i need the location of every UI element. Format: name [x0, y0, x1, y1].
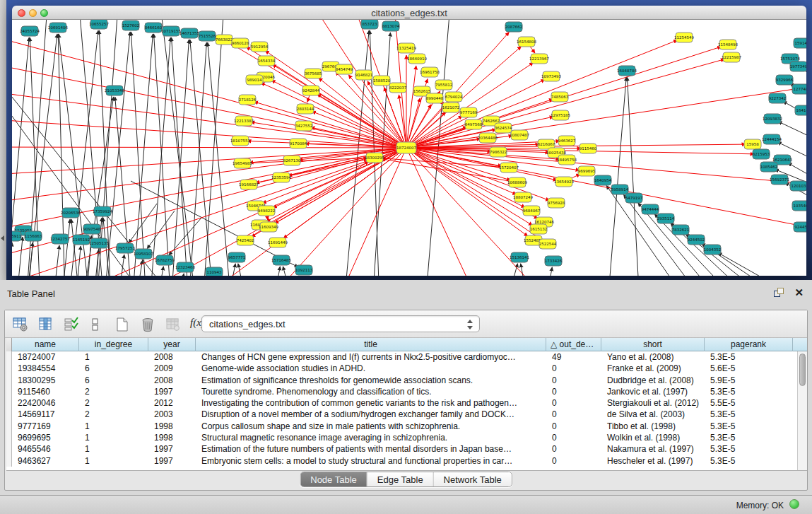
graph-node[interactable]: 2718126	[239, 95, 257, 105]
new-table-icon[interactable]	[112, 315, 132, 334]
panel-collapse-arrow-icon[interactable]	[1, 235, 4, 241]
graph-node[interactable]: 15692371	[770, 175, 789, 185]
column-header-out_de[interactable]: △ out_de…	[546, 338, 601, 351]
graph-node[interactable]: 19654985	[233, 158, 252, 168]
graph-node[interactable]: 3427552	[295, 121, 313, 131]
graph-node[interactable]: 9699695	[578, 166, 596, 176]
graph-node[interactable]: 9463627	[558, 136, 576, 146]
graph-node[interactable]: 16154808	[517, 37, 536, 47]
graph-node[interactable]: 1527602	[122, 21, 140, 30]
graph-node[interactable]: 989014	[246, 75, 263, 85]
graph-node[interactable]: 9227342	[769, 93, 787, 103]
graph-node[interactable]: 18495758	[557, 155, 577, 165]
graph-node[interactable]: 8222037	[389, 83, 407, 93]
graph-node[interactable]: 11548498	[718, 40, 738, 49]
graph-node[interactable]: 9657771	[228, 252, 246, 262]
graph-node[interactable]: 2087662	[505, 22, 523, 32]
graph-node[interactable]: 1733426	[545, 256, 563, 266]
graph-node[interactable]: 7986322	[490, 147, 507, 157]
tab-network-table[interactable]: Network Table	[434, 472, 512, 487]
graph-node[interactable]: 120103	[790, 181, 806, 191]
scrollbar-thumb[interactable]	[799, 354, 806, 386]
graph-node[interactable]: 6497568	[465, 119, 483, 129]
vertical-scrollbar[interactable]	[797, 351, 807, 471]
table-row[interactable]: 946362711997Embryonic stem cells: a mode…	[6, 455, 807, 467]
graph-node[interactable]: 18640910	[407, 54, 427, 64]
graph-node[interactable]: 3915911	[12, 231, 21, 241]
graph-node[interactable]: 3624574	[495, 123, 512, 133]
graph-node[interactable]: 12975185	[551, 110, 570, 120]
graph-node[interactable]: 16961758	[420, 67, 440, 77]
table-row[interactable]: 1830029562008Estimation of significance …	[6, 375, 807, 386]
tab-edge-table[interactable]: Edge Table	[367, 472, 434, 487]
graph-node[interactable]: 24055724	[20, 26, 40, 36]
graph-node[interactable]: 10807487	[510, 130, 529, 140]
column-header-name[interactable]: name	[12, 338, 79, 351]
graph-node[interactable]: 3675685	[305, 69, 322, 78]
graph-node[interactable]: 8990448	[426, 93, 444, 103]
graph-node[interactable]: 110943	[206, 267, 223, 276]
graph-node[interactable]: 11691449	[268, 238, 288, 247]
table-row[interactable]: 946554611997Estimation of the future num…	[6, 443, 807, 455]
graph-node[interactable]: 7425402	[237, 235, 254, 245]
column-header-short[interactable]: short	[601, 338, 705, 351]
graph-node[interactable]: 15716485	[271, 255, 291, 265]
graph-node[interactable]: 6479197	[625, 193, 643, 203]
graph-node[interactable]: 17359924	[93, 206, 112, 216]
network-canvas[interactable]: 1872400718300295766382298601285912954165…	[12, 20, 806, 276]
graph-node[interactable]: 9170084	[290, 139, 307, 148]
graph-node[interactable]: 9756928	[548, 198, 565, 208]
graph-node[interactable]: 12323468	[175, 262, 195, 272]
graph-node[interactable]: 9115460	[579, 144, 597, 153]
select-columns-icon[interactable]	[61, 315, 81, 334]
graph-node[interactable]: 8267130	[283, 156, 301, 165]
graph-node[interactable]: 2522544	[539, 239, 557, 249]
graph-node[interactable]: 7485063	[551, 92, 569, 102]
graph-node[interactable]: 20206536	[61, 208, 81, 218]
graph-node[interactable]: 12213383	[234, 116, 254, 126]
graph-node[interactable]: 18724007	[396, 142, 416, 153]
table-row[interactable]: 1456911722003Disruption of a novel membe…	[6, 409, 807, 420]
graph-node[interactable]: 10958107	[134, 249, 153, 259]
table-row[interactable]: 2242004622012Investigating the contribut…	[6, 397, 807, 409]
graph-node[interactable]: 1145192	[73, 235, 90, 245]
graph-node[interactable]: 10655257	[89, 20, 109, 29]
graph-node[interactable]: 1085462	[760, 162, 778, 172]
column-header-title[interactable]: title	[196, 338, 546, 351]
table-row[interactable]: 911546021997Tourette syndrome. Phenomeno…	[6, 386, 807, 397]
graph-node[interactable]: 12505135	[89, 238, 109, 248]
graph-node[interactable]: 12444154	[762, 134, 782, 144]
graph-node[interactable]: 8466160	[145, 23, 163, 33]
table-settings-icon[interactable]	[11, 315, 30, 334]
graph-node[interactable]: 18107553	[230, 136, 250, 146]
graph-node[interactable]: 127748	[792, 84, 806, 94]
graph-node[interactable]: 16782759	[155, 255, 175, 265]
graph-node[interactable]: 1640954	[594, 175, 612, 185]
table-row[interactable]: 1938455462009Genome-wide association stu…	[6, 363, 807, 374]
graph-node[interactable]: 5912954	[251, 42, 269, 52]
graph-node[interactable]: 21053346	[105, 86, 124, 95]
graph-node[interactable]: 9860128	[232, 38, 249, 48]
network-window-titlebar[interactable]: citations_edges.txt	[12, 6, 806, 20]
table-row[interactable]: 969969511998Structural magnetic resonanc…	[6, 432, 807, 443]
graph-node[interactable]: 12353594	[271, 173, 291, 182]
graph-node[interactable]: 7663822	[216, 35, 233, 45]
graph-node[interactable]: 13654923	[554, 177, 574, 187]
graph-node[interactable]: 103546	[792, 201, 806, 211]
graph-node[interactable]: 1588520	[373, 76, 391, 86]
graph-node[interactable]: 9684067	[523, 206, 541, 216]
graph-node[interactable]: 18300295	[365, 153, 384, 163]
graph-node[interactable]: 15958	[744, 139, 761, 149]
column-header-pagerank[interactable]: pagerank	[705, 338, 793, 351]
graph-node[interactable]: 12342757	[50, 234, 70, 244]
graph-node[interactable]: 15136141	[510, 252, 529, 262]
graph-node[interactable]: 924451	[794, 222, 806, 232]
graph-node[interactable]: 9777169	[460, 107, 478, 117]
tab-node-table[interactable]: Node Table	[300, 472, 367, 487]
graph-node[interactable]: 12213967	[529, 54, 549, 64]
graph-node[interactable]: 8215953	[753, 149, 770, 159]
import-table-icon[interactable]	[163, 315, 183, 334]
graph-node[interactable]: 1621072	[442, 103, 460, 112]
graph-node[interactable]: 1156863	[25, 231, 42, 241]
graph-node[interactable]: 7955812	[435, 80, 453, 90]
